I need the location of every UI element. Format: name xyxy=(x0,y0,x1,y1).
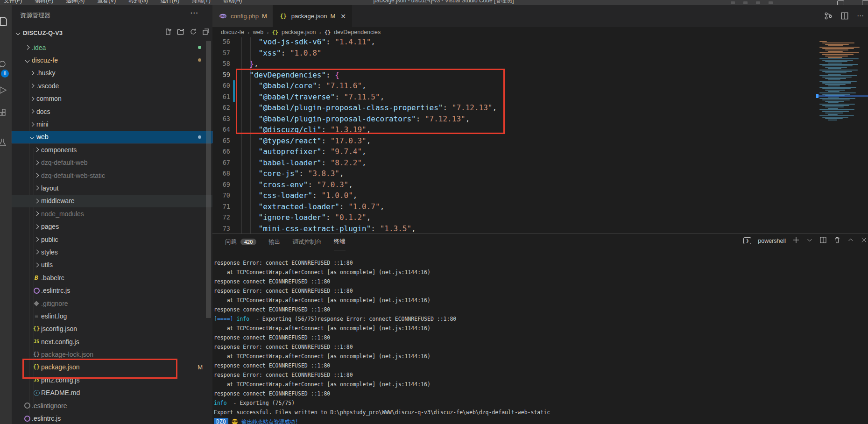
split-layout-icon[interactable] xyxy=(862,0,868,5)
menu-bar[interactable]: 文件(F)编辑(E)选择(S)查看(V)转到(G)运行(R)终端(T)帮助(H) xyxy=(4,0,242,5)
breadcrumb-item[interactable]: discuz-fe xyxy=(221,29,244,35)
menu-item[interactable]: 文件(F) xyxy=(4,0,22,5)
tree-item-readme-md[interactable]: iREADME.md xyxy=(12,387,212,399)
tree-item-eslint-log[interactable]: ≡eslint.log xyxy=(12,310,212,322)
file-tree: .ideadiscuz-fe.husky.vscodecommondocsmin… xyxy=(12,41,212,424)
menu-item[interactable]: 编辑(E) xyxy=(35,0,53,5)
tree-item-mini[interactable]: mini xyxy=(12,118,212,130)
sidebar-scrollbar[interactable] xyxy=(206,41,211,318)
tree-item-pages[interactable]: pages xyxy=(12,220,212,233)
panel-tab-terminal[interactable]: 终端 xyxy=(334,234,346,250)
tree-item-label: layout xyxy=(41,184,58,192)
more-actions-icon[interactable]: ⋯ xyxy=(857,12,864,22)
menu-item[interactable]: 查看(V) xyxy=(97,0,116,5)
open-changes-icon[interactable] xyxy=(824,12,833,22)
tree-item--idea[interactable]: .idea xyxy=(12,41,212,54)
tree-item--babelrc[interactable]: B.babelrc xyxy=(12,271,212,284)
minimap-line xyxy=(828,85,840,86)
tree-item-public[interactable]: public xyxy=(12,233,212,246)
tree-item-dzq-default-web-static[interactable]: dzq-default-web-static xyxy=(12,169,212,182)
panel-tab-label: 终端 xyxy=(334,238,346,246)
kill-terminal-icon[interactable] xyxy=(833,236,841,245)
terminal-link[interactable]: 输出静态站点资源成功! xyxy=(238,418,298,424)
close-icon[interactable]: ✕ xyxy=(340,13,346,20)
menu-item[interactable]: 转到(G) xyxy=(128,0,148,5)
tree-item-discuz-fe[interactable]: discuz-fe xyxy=(12,54,212,66)
tree-item-styles[interactable]: styles xyxy=(12,246,212,258)
new-folder-icon[interactable] xyxy=(177,28,184,37)
minimap-line xyxy=(819,92,856,93)
tree-item-package-lock-json[interactable]: {}package-lock.json xyxy=(12,348,212,360)
line-number: 60 xyxy=(212,80,230,92)
panel-tab-item[interactable]: 输出 xyxy=(268,234,280,250)
tree-item-docs[interactable]: docs xyxy=(12,105,212,118)
tree-item-pm2-config-js[interactable]: JSpm2.config.js xyxy=(12,374,212,386)
close-panel-icon[interactable] xyxy=(861,237,867,245)
customize-layout-icon[interactable] xyxy=(837,0,844,5)
object-symbol-icon: {} xyxy=(325,29,331,35)
tree-item-label: README.md xyxy=(41,389,80,396)
breadcrumb-item[interactable]: package.json xyxy=(282,29,316,35)
terminal-line: Export successful. Files written to D:\p… xyxy=(214,408,868,417)
minimap-line xyxy=(822,60,853,61)
tree-item-web[interactable]: web xyxy=(12,131,212,143)
tab-config-php[interactable]: phpconfig.phpM xyxy=(212,5,273,27)
javascript-icon: JS xyxy=(32,339,41,344)
breadcrumb-item[interactable]: devDependencies xyxy=(334,29,381,35)
tree-item-layout[interactable]: layout xyxy=(12,182,212,194)
maximize-panel-icon[interactable] xyxy=(847,237,854,245)
tree-item--eslintrc-js[interactable]: .eslintrc.js xyxy=(12,284,212,297)
search-icon[interactable] xyxy=(0,59,8,71)
run-debug-icon[interactable] xyxy=(0,85,8,96)
panel-tab-item[interactable]: 调试控制台 xyxy=(292,234,322,250)
extensions-icon[interactable] xyxy=(0,107,8,118)
tree-item-utils[interactable]: utils xyxy=(12,259,212,271)
refresh-icon[interactable] xyxy=(190,28,197,37)
menu-item[interactable]: 终端(T) xyxy=(192,0,210,5)
tree-item-next-config-js[interactable]: JSnext.config.js xyxy=(12,335,212,348)
tree-item-middleware[interactable]: middleware xyxy=(12,195,212,207)
code-text: "cross-env": "7.0.3", xyxy=(240,179,353,191)
line-number: 66 xyxy=(212,146,230,157)
code-line-67: 67 "babel-loader": "8.2.2", xyxy=(212,157,868,169)
tree-item-package-json[interactable]: {}package.jsonM xyxy=(12,361,212,374)
panel-tab-item[interactable]: 问题420 xyxy=(225,234,256,250)
menu-item[interactable]: 帮助(H) xyxy=(223,0,242,5)
breadcrumb-item[interactable]: web xyxy=(253,29,263,35)
menu-item[interactable]: 选择(S) xyxy=(66,0,85,5)
project-section-header[interactable]: DISCUZ-Q-V3 xyxy=(12,26,212,41)
tree-item-components[interactable]: components xyxy=(12,143,212,156)
menu-item[interactable]: 运行(R) xyxy=(161,0,180,5)
tree-item-common[interactable]: common xyxy=(12,92,212,105)
split-terminal-icon[interactable] xyxy=(819,236,827,245)
new-terminal-icon[interactable] xyxy=(792,236,800,245)
tree-item--husky[interactable]: .husky xyxy=(12,67,212,79)
line-number: 56 xyxy=(212,37,230,48)
tree-item--eslintignore[interactable]: .eslintignore xyxy=(12,399,212,412)
minimap[interactable] xyxy=(819,41,868,125)
tree-item--vscode[interactable]: .vscode xyxy=(12,79,212,92)
tree-item--eslintrc-js[interactable]: .eslintrc.js xyxy=(12,412,212,424)
terminal-output[interactable]: response Error: connect ECONNREFUSED ::1… xyxy=(214,250,867,424)
tab-package-json[interactable]: {}package.jsonM✕ xyxy=(273,5,352,27)
shell-name[interactable]: powershell xyxy=(758,238,786,244)
code-editor[interactable]: 56 "vod-js-sdk-v6": "1.4.11",57 "xss": "… xyxy=(212,37,868,233)
code-text: "@babel/traverse": "7.11.5", xyxy=(240,92,384,103)
line-number: 71 xyxy=(212,201,230,212)
new-file-icon[interactable] xyxy=(164,28,172,37)
collapse-folders-icon[interactable] xyxy=(202,28,210,37)
tree-item-dzq-default-web[interactable]: dzq-default-web xyxy=(12,156,212,169)
minimap-line xyxy=(828,68,841,69)
tree-item-node-modules[interactable]: node_modules xyxy=(12,207,212,220)
chevron-right-icon xyxy=(32,148,41,151)
tree-item--gitignore[interactable]: .gitignore xyxy=(12,297,212,310)
sidebar-more-actions-icon[interactable]: ⋯ xyxy=(190,8,198,18)
terminal-dropdown-icon[interactable] xyxy=(806,237,813,245)
explorer-icon[interactable] xyxy=(0,15,8,27)
split-editor-icon[interactable] xyxy=(840,12,849,22)
tree-item-jsconfig-json[interactable]: {}jsconfig.json xyxy=(12,323,212,335)
terminal-line: at TCPConnectWrap.afterConnect [as oncom… xyxy=(214,268,868,277)
test-beaker-icon[interactable] xyxy=(0,137,8,148)
minimap-line xyxy=(822,117,848,118)
json-icon: {} xyxy=(279,13,288,20)
